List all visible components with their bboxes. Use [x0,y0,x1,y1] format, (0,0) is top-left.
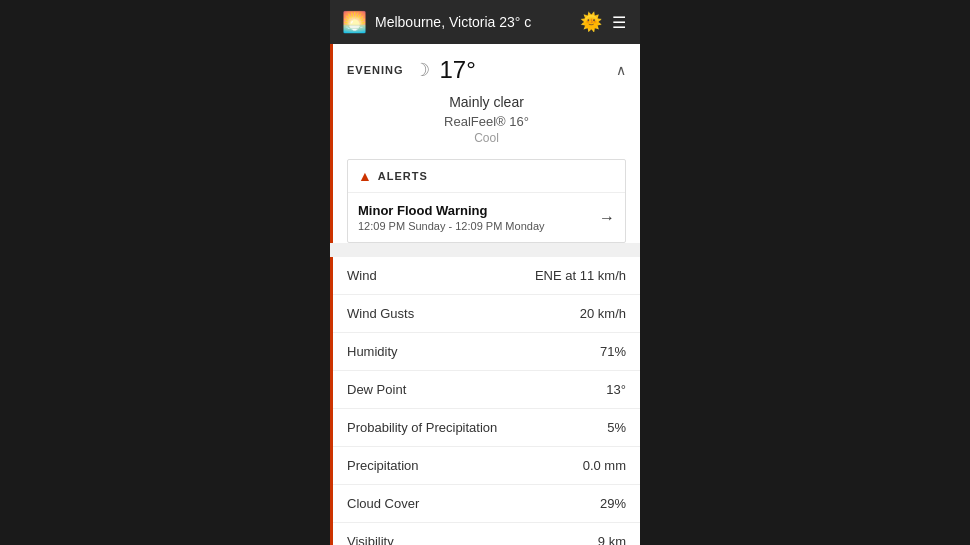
stat-label: Precipitation [347,458,419,473]
alert-triangle-icon: ▲ [358,168,372,184]
stat-label: Wind [347,268,377,283]
stat-row: Wind Gusts20 km/h [333,295,640,333]
alerts-box: ▲ ALERTS Minor Flood Warning 12:09 PM Su… [347,159,626,243]
stat-value: 71% [600,344,626,359]
stat-label: Visibility [347,534,394,545]
stat-value: 0.0 mm [583,458,626,473]
header-temp: 23° c [499,14,531,30]
stat-row: Probability of Precipitation5% [333,409,640,447]
evening-temperature: 17° [440,56,476,84]
alert-title: Minor Flood Warning [358,203,545,218]
stat-row: WindENE at 11 km/h [333,257,640,295]
alert-arrow-icon: → [599,209,615,227]
stat-label: Wind Gusts [347,306,414,321]
stat-row: Humidity71% [333,333,640,371]
header: 🌅 Melbourne, Victoria 23° c 🌞 ☰ [330,0,640,44]
feel-description: Cool [347,131,626,145]
stat-row: Visibility9 km [333,523,640,545]
header-sun-left-icon: 🌅 [342,10,367,34]
stat-value: 13° [606,382,626,397]
moon-icon: ☽ [414,59,430,81]
evening-left: EVENING ☽ 17° [347,56,476,84]
evening-section: EVENING ☽ 17° ∧ Mainly clear RealFeel® 1… [330,44,640,243]
content-area: EVENING ☽ 17° ∧ Mainly clear RealFeel® 1… [330,44,640,545]
stat-value: 5% [607,420,626,435]
condition-text: Mainly clear [347,94,626,110]
stats-section: WindENE at 11 km/hWind Gusts20 km/hHumid… [330,257,640,545]
stat-row: Dew Point13° [333,371,640,409]
header-sun-right-icon: 🌞 [580,11,602,33]
alert-time: 12:09 PM Sunday - 12:09 PM Monday [358,220,545,232]
hamburger-menu-icon[interactable]: ☰ [612,13,628,32]
stat-label: Humidity [347,344,398,359]
header-location: Melbourne, Victoria 23° c [375,14,531,30]
stat-row: Cloud Cover29% [333,485,640,523]
alert-info: Minor Flood Warning 12:09 PM Sunday - 12… [358,203,545,232]
stat-value: 29% [600,496,626,511]
chevron-up-icon[interactable]: ∧ [616,62,626,78]
evening-label: EVENING [347,64,404,76]
stat-value: 9 km [598,534,626,545]
header-left: 🌅 Melbourne, Victoria 23° c [342,10,531,34]
stat-value: ENE at 11 km/h [535,268,626,283]
stat-label: Dew Point [347,382,406,397]
stat-label: Cloud Cover [347,496,419,511]
app-container: 🌅 Melbourne, Victoria 23° c 🌞 ☰ EVENING … [330,0,640,545]
evening-header: EVENING ☽ 17° ∧ [333,44,640,94]
stat-row: Precipitation0.0 mm [333,447,640,485]
header-right: 🌞 ☰ [580,11,628,33]
evening-details: Mainly clear RealFeel® 16° Cool [333,94,640,159]
stat-label: Probability of Precipitation [347,420,497,435]
alerts-header: ▲ ALERTS [348,160,625,193]
realfeel-text: RealFeel® 16° [347,114,626,129]
alerts-label: ALERTS [378,170,428,182]
stat-value: 20 km/h [580,306,626,321]
alert-item[interactable]: Minor Flood Warning 12:09 PM Sunday - 12… [348,193,625,242]
location-text: Melbourne, Victoria [375,14,495,30]
